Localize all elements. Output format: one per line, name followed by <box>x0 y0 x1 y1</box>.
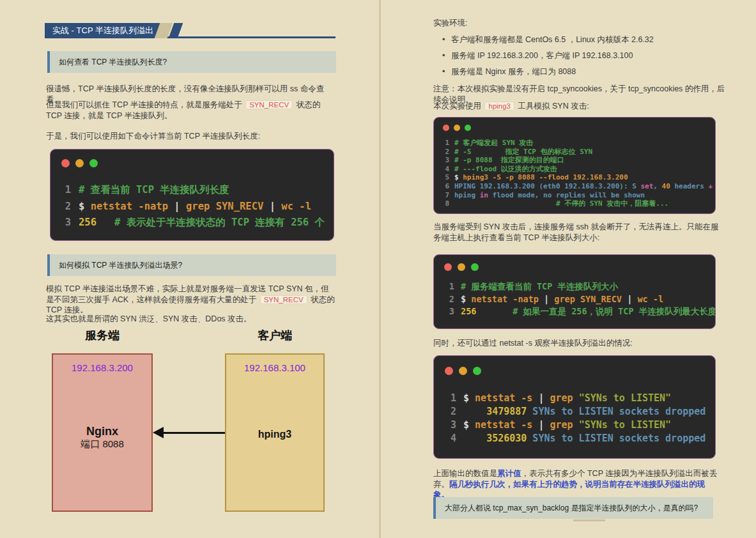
code-token: | <box>544 294 554 304</box>
code-line: 7hping in flood mode, no replies will be… <box>442 191 713 200</box>
code-token: wc -l <box>637 294 663 304</box>
code-token: $ <box>454 173 463 181</box>
terminal-code-block: 1# 服务端查看当前 TCP 半连接队列大小2$ netstat -natp |… <box>433 254 716 329</box>
traffic-light-red-icon <box>444 263 452 271</box>
code-text: HPING 192.168.3.200 (eth0 192.168.3.200)… <box>454 182 716 191</box>
code-line: 2 3479887 SYNs to LISTEN sockets dropped <box>445 405 713 419</box>
code-token: hping <box>454 191 480 199</box>
traffic-light-yellow-icon <box>75 159 84 167</box>
traffic-lights <box>50 150 334 167</box>
traffic-light-green-icon <box>465 125 471 131</box>
paragraph: 本次实验使用 hping3 工具模拟 SYN 攻击: <box>433 101 718 112</box>
code-token: netstat -natp <box>91 201 174 212</box>
code-token: HPING 192.168.3.200 (eth0 192.168.3.200)… <box>454 182 640 190</box>
code-token: 256 <box>461 306 476 316</box>
code-line-number: 5 <box>442 173 449 182</box>
code-token: # 不停的 SYN 攻击中，阻塞着... <box>454 199 668 208</box>
code-line: 4 3526030 SYNs to LISTEN sockets dropped <box>445 432 713 445</box>
text-segment: 但是我们可以抓住 TCP 半连接的特点，就是服务端处于 <box>46 100 244 109</box>
traffic-light-yellow-icon <box>454 125 460 131</box>
paragraph: 模拟 TCP 半连接溢出场景不难，实际上就是对服务端一直发送 TCP SYN 包… <box>46 284 337 316</box>
code-token: $ <box>463 392 475 404</box>
server-port: 端口 8088 <box>52 438 153 450</box>
code-text: # -p 8088 指定探测的目的端口 <box>454 156 564 165</box>
inline-code: SYN_RECV <box>245 100 293 109</box>
code-token: # -p 8088 指定探测的目的端口 <box>454 156 564 164</box>
code-text: # 不停的 SYN 攻击中，阻塞着... <box>454 199 668 208</box>
code-token: # ---flood 以泛洪的方式攻击 <box>454 165 557 173</box>
paragraph: 当服务端受到 SYN 攻击后，连接服务端 ssh 就会断开了，无法再连上。只能在… <box>433 222 720 243</box>
code-line-number: 3 <box>62 215 71 231</box>
code-token: | <box>627 294 637 304</box>
code-token: netstat -s <box>475 419 538 431</box>
code-token <box>463 433 486 444</box>
code-token: set <box>640 182 653 190</box>
code-token: 3526030 <box>486 433 527 444</box>
code-token: 256 <box>79 217 96 228</box>
code-line: 5$ hping3 -S -p 8088 --flood 192.168.3.2… <box>442 173 713 182</box>
syn-attack-diagram: 服务端 客户端 192.168.3.200 192.168.3.100 Ngin… <box>45 323 336 521</box>
paragraph-env-title: 实验环境: <box>433 18 718 29</box>
code-token: grep <box>550 392 578 404</box>
code-line-number: 3 <box>442 156 449 165</box>
traffic-light-yellow-icon <box>458 263 465 271</box>
code-line-number: 6 <box>442 182 449 191</box>
code-token: | <box>270 201 282 212</box>
code-token: # -S 指定 TCP 包的标志位 SYN <box>454 148 592 156</box>
text-segment: 上面输出的数值是 <box>433 469 497 478</box>
code-token: # 客户端发起 SYN 攻击 <box>454 139 533 147</box>
code-token: grep <box>550 419 578 431</box>
highlight-text: 累计值 <box>497 469 521 478</box>
text-segment: 工具模拟 SYN 攻击: <box>516 102 589 111</box>
code-text: # ---flood 以泛洪的方式攻击 <box>454 165 557 174</box>
code-line-number: 3 <box>445 419 456 432</box>
code-line: 6HPING 192.168.3.200 (eth0 192.168.3.200… <box>442 182 713 191</box>
client-ip: 192.168.3.100 <box>225 362 325 373</box>
server-app-info: Nginx 端口 8088 <box>52 425 153 450</box>
section-title: 实战 - TCP 半连接队列溢出 <box>45 23 161 38</box>
server-app-name: Nginx <box>52 425 153 438</box>
code-text: $ netstat -s | grep "SYNs to LISTEN" <box>463 419 671 432</box>
code-line: 1$ netstat -s | grep "SYNs to LISTEN" <box>445 392 713 405</box>
code-text: 3479887 SYNs to LISTEN sockets dropped <box>463 405 706 419</box>
code-token: $ <box>463 419 475 431</box>
client-label: 客户端 <box>225 328 325 343</box>
code-line-number: 1 <box>62 182 71 199</box>
question-quote-simulate-overflow: 如何模拟 TCP 半连接队列溢出场景? <box>47 254 336 276</box>
server-ip: 192.168.3.200 <box>52 362 153 373</box>
attack-arrow-line <box>164 432 225 434</box>
code-line-number: 1 <box>445 392 456 405</box>
code-token: "SYNs to LISTEN" <box>579 419 672 431</box>
code-line-number: 8 <box>442 199 449 208</box>
paragraph: 于是，我们可以使用如下命令计算当前 TCP 半连接队列长度: <box>46 131 337 142</box>
traffic-light-yellow-icon <box>459 367 467 375</box>
text-segment: 本次实验使用 <box>433 102 483 111</box>
code-token: # 查看当前 TCP 半连接队列长度 <box>79 184 229 196</box>
code-token: in <box>480 191 488 199</box>
attack-arrow-head-icon <box>153 427 164 438</box>
code-lines: 1$ netstat -s | grep "SYNs to LISTEN"2 3… <box>434 375 715 445</box>
traffic-lights <box>434 118 715 131</box>
code-text: 3526030 SYNs to LISTEN sockets dropped <box>463 432 706 445</box>
code-token: # 服务端查看当前 TCP 半连接队列大小 <box>461 281 618 291</box>
code-text: # 服务端查看当前 TCP 半连接队列大小 <box>461 281 618 293</box>
paragraph: 同时，还可以通过 netstat -s 观察半连接队列溢出的情况: <box>433 338 718 349</box>
code-text: # 客户端发起 SYN 攻击 <box>454 139 533 148</box>
code-token: 40 <box>662 182 670 190</box>
code-line-number: 7 <box>442 191 449 200</box>
code-token <box>463 406 486 417</box>
paragraph: 但是我们可以抓住 TCP 半连接的特点，就是服务端处于 SYN_RECV 状态的… <box>46 100 337 121</box>
traffic-light-red-icon <box>61 159 70 167</box>
code-token: hping3 -S -p 8088 --flood 192.168.3.200 <box>463 173 628 181</box>
code-line-number: 2 <box>442 148 449 157</box>
code-text: # 查看当前 TCP 半连接队列长度 <box>79 182 229 199</box>
code-token: $ <box>79 201 91 212</box>
code-line: 3# -p 8088 指定探测的目的端口 <box>442 156 713 165</box>
code-line: 3$ netstat -s | grep "SYNs to LISTEN" <box>445 419 713 432</box>
question-quote-view-queue: 如何查看 TCP 半连接队列长度? <box>47 51 336 73</box>
code-token: netstat -s <box>475 392 538 404</box>
code-token: | <box>174 201 186 212</box>
code-text: # -S 指定 TCP 包的标志位 SYN <box>454 148 592 157</box>
code-line-number: 2 <box>62 199 71 215</box>
code-token: 3479887 <box>486 406 527 417</box>
